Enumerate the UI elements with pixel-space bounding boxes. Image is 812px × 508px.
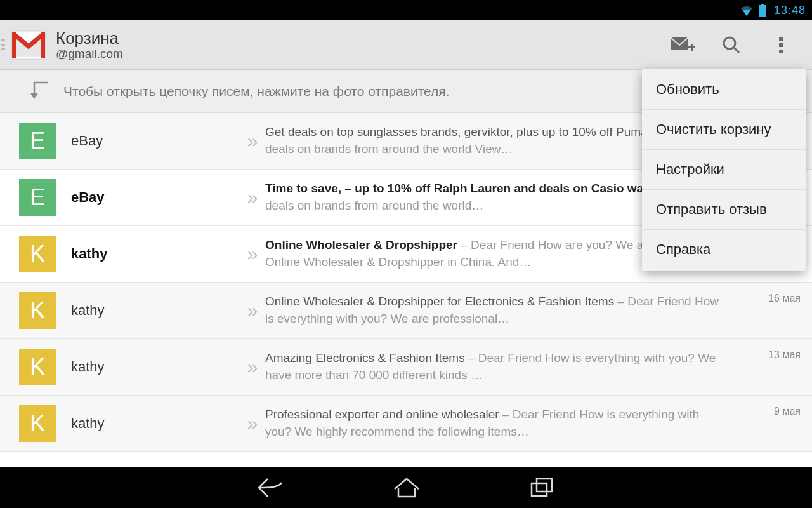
menu-refresh[interactable]: Обновить	[642, 70, 806, 110]
overflow-menu: Обновить Очистить корзину Настройки Отпр…	[642, 69, 806, 271]
svg-rect-10	[779, 43, 783, 47]
chevron-icon: »	[240, 244, 265, 264]
svg-rect-5	[41, 32, 45, 58]
compose-button[interactable]	[657, 20, 707, 70]
svg-rect-11	[779, 50, 783, 53]
chevron-icon: »	[240, 131, 265, 150]
overflow-button[interactable]	[756, 20, 806, 70]
search-button[interactable]	[707, 20, 756, 70]
email-row[interactable]: Kkathy»Online Wholesaler & Dropshipper f…	[0, 283, 812, 339]
android-status-bar: 13:48	[0, 0, 812, 20]
drawer-handle-icon[interactable]	[0, 20, 6, 70]
svg-rect-0	[761, 4, 764, 5]
chevron-icon: »	[240, 414, 265, 433]
folder-title: Корзина	[56, 29, 123, 48]
email-snippet: Online Wholesaler & Dropshipper for Elec…	[265, 293, 737, 327]
email-snippet: Professional exporter and online wholesa…	[265, 406, 737, 440]
email-row[interactable]: Kkathy»Amazing Electronics & Fashion Ite…	[0, 339, 812, 396]
sender-avatar[interactable]: E	[19, 179, 56, 216]
email-row[interactable]: Kkathy»Professional exporter and online …	[0, 396, 812, 452]
tip-text: Чтобы открыть цепочку писем, нажмите на …	[63, 84, 450, 99]
sender-name: eBay	[56, 189, 240, 206]
sender-avatar[interactable]: K	[19, 236, 56, 272]
sender-name: kathy	[56, 246, 240, 262]
chevron-icon: »	[240, 188, 265, 207]
svg-rect-1	[759, 5, 766, 17]
chevron-icon: »	[240, 301, 265, 320]
menu-help[interactable]: Справка	[642, 230, 806, 269]
email-date: 9 мая	[737, 406, 801, 417]
gmail-icon[interactable]	[10, 27, 47, 64]
sender-avatar[interactable]: K	[19, 405, 56, 442]
svg-rect-4	[12, 32, 16, 58]
email-date: 16 мая	[737, 293, 801, 304]
sender-avatar[interactable]: K	[19, 349, 56, 385]
account-subtitle: @gmail.com	[56, 47, 123, 61]
svg-rect-9	[779, 37, 783, 41]
wifi-icon	[740, 4, 754, 16]
back-button[interactable]	[256, 476, 284, 499]
svg-line-8	[734, 48, 739, 53]
tip-arrow-icon	[25, 77, 51, 105]
gmail-app: Корзина @gmail.com	[0, 20, 812, 467]
svg-marker-13	[30, 93, 38, 99]
svg-rect-14	[532, 483, 547, 496]
sender-name: eBay	[56, 133, 240, 149]
sender-name: kathy	[56, 415, 240, 432]
svg-rect-15	[537, 479, 552, 491]
sender-name: kathy	[56, 359, 240, 375]
sender-avatar[interactable]: E	[19, 123, 56, 159]
battery-icon	[759, 4, 766, 17]
menu-feedback[interactable]: Отправить отзыв	[642, 190, 806, 230]
recents-button[interactable]	[529, 477, 556, 498]
folder-title-block[interactable]: Корзина @gmail.com	[56, 29, 123, 61]
android-nav-bar	[0, 467, 812, 508]
svg-point-7	[724, 37, 735, 49]
email-date: 13 мая	[737, 349, 801, 361]
sender-avatar[interactable]: K	[19, 292, 56, 329]
home-button[interactable]	[392, 476, 421, 499]
menu-settings[interactable]: Настройки	[642, 150, 806, 190]
menu-empty-trash[interactable]: Очистить корзину	[642, 110, 806, 150]
email-snippet: Amazing Electronics & Fashion Items – De…	[265, 350, 737, 384]
status-clock: 13:48	[774, 4, 806, 17]
sender-name: kathy	[56, 302, 240, 319]
action-bar: Корзина @gmail.com	[0, 20, 812, 70]
chevron-icon: »	[240, 358, 265, 377]
